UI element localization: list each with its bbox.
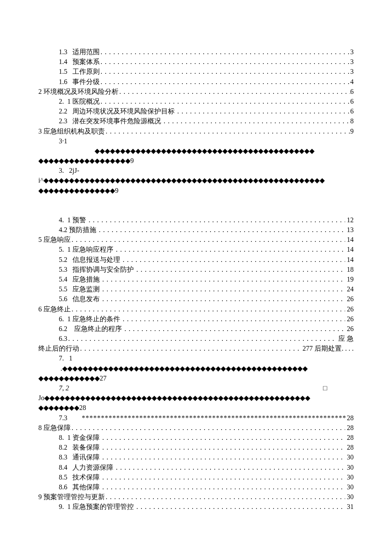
toc-number: 5.3 <box>59 264 67 274</box>
toc-entry: 5. 1 应急响应程序 . . . . . . . . . . . . . . … <box>38 244 354 254</box>
toc-entry: 8.3 通讯保障 . . . . . . . . . . . . . . . .… <box>38 452 354 462</box>
toc-entry: 1.4 预案体系. . . . . . . . . . . . . . . . … <box>38 57 354 67</box>
toc-title: 应急措施 <box>67 274 101 284</box>
toc-leader: . . . . . . . . . . . . . . . . . . . . … <box>100 47 350 57</box>
toc-leader: . . . . . . . . . . . . . . . . . . . . … <box>79 343 301 353</box>
free-text-line: 3. 2jJ- <box>38 166 354 175</box>
free-text-line: ◆◆◆◆◆◆◆◆◆◆◆◆◆◆◆9 <box>38 186 354 195</box>
toc-page-number: 13 <box>345 225 354 235</box>
toc-page-number: 28 <box>345 442 354 452</box>
toc-number: 6 <box>38 304 42 314</box>
toc-number: 8.5 <box>59 472 67 482</box>
toc-page-number: 30 <box>345 472 354 482</box>
toc-entry: 5.2 信息报送与处理 . . . . . . . . . . . . . . … <box>38 255 354 264</box>
toc-leader: . . . . . . . . . . . . . . . . . . . . … <box>122 255 345 264</box>
free-text-line: ◆◆◆◆◆◆◆◆◆◆◆◆27 <box>38 373 354 383</box>
toc-number: 1.6 <box>59 77 67 87</box>
toc-page-number: 19 <box>345 274 354 284</box>
toc-title: 信息发布 <box>67 294 101 304</box>
toc-leader: . . . . . . . . . . . . . . . . . . . . … <box>88 215 345 225</box>
toc-title: 资金保障 <box>71 433 101 442</box>
toc-number: 5. 1 <box>59 244 71 254</box>
toc-entry: 5.5 应急监测 . . . . . . . . . . . . . . . .… <box>38 284 354 294</box>
toc-title: 通讯保障 <box>67 452 101 462</box>
toc-number: 9 <box>38 492 42 502</box>
toc-leader: . . . . . . . . . . . . . . . . . . . . … <box>101 442 345 452</box>
toc-entry: 3 应急组织机构及职责. . . . . . . . . . . . . . .… <box>38 126 354 136</box>
toc-leader: . . . . . . . . . . . . . . . . . . . . … <box>135 264 345 274</box>
toc-title: 信息报送与处理 <box>67 255 122 264</box>
toc-title: 事件分级 <box>67 77 100 87</box>
toc-title: 预警 <box>71 215 88 225</box>
toc-leader: . . . . . . . . . . . . . . . . . . . . … <box>115 462 345 472</box>
toc-leader: . . . . . . . . . . . . . . . . . . . . … <box>101 274 345 284</box>
toc-entry: 2. 1 医院概况. . . . . . . . . . . . . . . .… <box>38 96 354 106</box>
toc-title: 应急响应程序 <box>71 244 115 254</box>
toc-title: 其他保障 <box>67 482 101 492</box>
toc-entry: 7.3 ************************************… <box>38 413 354 423</box>
free-text-line: ◆◆◆◆◆◆◆◆◆◆◆◆◆◆◆◆◆◆◆◆◆◆◆◆◆◆◆◆◆◆◆◆◆◆◆◆◆◆◆◆… <box>38 146 354 156</box>
toc-entry: 5.3 指挥协调与安全防护 . . . . . . . . . . . . . … <box>38 264 354 274</box>
toc-page-number: 26 <box>345 324 354 334</box>
toc-leader: . . . . . . . . . . . . . . . . . . . . … <box>101 472 345 482</box>
toc-number: 2.2 <box>59 106 67 116</box>
toc-page-number: 6 <box>350 96 354 106</box>
toc-number: 4.2 <box>59 225 67 235</box>
toc-number: 8.4 <box>59 462 67 472</box>
toc-page-number: 28 <box>347 413 354 423</box>
toc-number: 5.6 <box>59 294 67 304</box>
toc-entry: 4.2 预防措施 . . . . . . . . . . . . . . . .… <box>38 225 354 235</box>
toc-entry: 2.2 周边环境状况及环境风险保护目标 . . . . . . . . . . … <box>38 106 354 116</box>
toc-page-number: 28 <box>345 423 354 433</box>
toc-page-number: 28 <box>345 433 354 442</box>
toc-entry: 8. 1 资金保障 . . . . . . . . . . . . . . . … <box>38 433 354 442</box>
toc-number: 2.3 <box>59 116 67 126</box>
toc-entry: 2.3 潜在突发环境事件危险源概况 . . . . . . . . . . . … <box>38 116 354 126</box>
toc-leader: . . . . . . . . . . . . . . . . . . . . … <box>101 433 345 442</box>
toc-entry: 4. 1 预警 . . . . . . . . . . . . . . . . … <box>38 215 354 225</box>
toc-number: 5.2 <box>59 255 67 264</box>
toc-title <box>67 413 81 423</box>
toc-number: 4. 1 <box>59 215 71 225</box>
toc-page-number: 31 <box>345 502 354 511</box>
toc-entry: 8 应急保障. . . . . . . . . . . . . . . . . … <box>38 423 354 433</box>
toc-page-number: 9 <box>350 126 354 136</box>
toc-number: 9. 1 <box>59 502 71 511</box>
toc-page-number: 6 <box>350 87 354 96</box>
toc-leader: . . . . . . . . . . . . . . . . . . . . … <box>118 87 350 96</box>
toc-leader: . . . . . . . . . . . . . . . . . . . . … <box>122 314 345 324</box>
toc-title: 指挥协调与安全防护 <box>67 264 135 274</box>
toc-title: 医院概况 <box>71 96 100 106</box>
toc-number: 6.3 <box>59 334 67 343</box>
toc-page-number: 3 <box>350 47 354 57</box>
toc-title: 应急终止的条件 <box>71 314 122 324</box>
toc-entry: 1.6 事件分级. . . . . . . . . . . . . . . . … <box>38 77 354 87</box>
toc-title: 预防措施 <box>67 225 98 235</box>
toc-number: 2. 1 <box>59 96 71 106</box>
toc-title: 适用范围 <box>67 47 100 57</box>
toc-entry: 6.2 应急终止的程序 . . . . . . . . . . . . . . … <box>38 324 354 334</box>
toc-page-number: 14 <box>345 244 354 254</box>
toc-entry: 6. 1 应急终止的条件 . . . . . . . . . . . . . .… <box>38 314 354 324</box>
free-text-line: 7, 2 □ <box>38 383 354 393</box>
toc-leader: . . . . . . . . . . . . . . . . . . . . … <box>176 106 350 116</box>
toc-page-number: 26 <box>345 294 354 304</box>
toc-page-number: 12 <box>345 215 354 225</box>
toc-page-number: 30 <box>345 482 354 492</box>
toc-page-number: 4 <box>350 77 354 87</box>
toc-entry: 2 环境概况及环境风险分析. . . . . . . . . . . . . .… <box>38 87 354 96</box>
toc-page-number: 26 <box>345 304 354 314</box>
toc-leader: . . . . . . . . . . . . . . . . . . . . … <box>105 492 345 502</box>
free-text-line: 3·1 <box>38 136 354 146</box>
toc-number: 8. 1 <box>59 433 71 442</box>
toc-leader: . . . . . . . . . . . . . . . . . . . . … <box>101 294 345 304</box>
toc-entry: 1.5 工作原则. . . . . . . . . . . . . . . . … <box>38 67 354 76</box>
toc-leader: . . . . . . . . . . . . . . . . . . . . … <box>100 67 350 76</box>
toc-entry: 5.6 信息发布 . . . . . . . . . . . . . . . .… <box>38 294 354 304</box>
toc-leader: . . . . . . . . . . . . . . . . . . . . … <box>101 482 345 492</box>
toc-page-number: 6 <box>350 106 354 116</box>
free-text-line: .◆◆◆◆◆◆◆◆◆◆◆◆◆◆◆◆◆◆◆◆◆◆◆◆◆◆◆◆◆◆◆◆◆◆◆◆◆◆◆… <box>38 363 354 373</box>
toc-leader: . . . . . . . . . . . . . . . . . . . . … <box>100 57 350 67</box>
toc-title: 工作原则 <box>67 67 100 76</box>
toc-title: 应急终止 <box>42 304 71 314</box>
